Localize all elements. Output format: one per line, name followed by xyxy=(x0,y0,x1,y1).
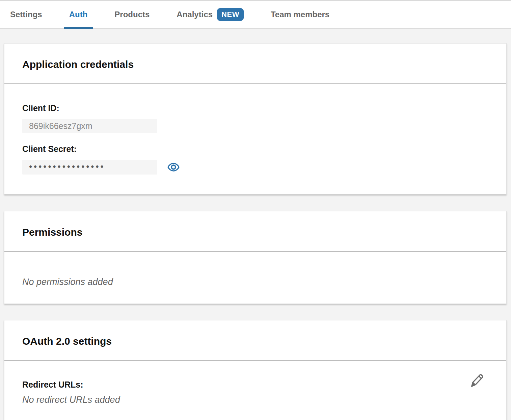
oauth-settings-body: Redirect URLs: No redirect URLs added xyxy=(4,361,506,420)
client-id-value: 869ik66esz7gxm xyxy=(29,121,92,131)
oauth-settings-card: OAuth 2.0 settings Redirect URLs: No red… xyxy=(4,320,507,420)
client-id-label: Client ID: xyxy=(22,103,488,113)
reveal-secret-button[interactable] xyxy=(167,162,180,172)
tab-products-label: Products xyxy=(114,10,150,19)
tab-products[interactable]: Products xyxy=(109,1,155,28)
permissions-empty-text: No permissions added xyxy=(22,277,488,287)
tab-team-members-label: Team members xyxy=(271,10,329,19)
application-credentials-title: Application credentials xyxy=(22,58,488,71)
oauth-settings-header: OAuth 2.0 settings xyxy=(4,320,506,361)
application-credentials-card: Application credentials Client ID: 869ik… xyxy=(4,43,507,194)
application-credentials-body: Client ID: 869ik66esz7gxm Client Secret:… xyxy=(4,84,506,194)
pencil-icon xyxy=(470,372,484,388)
redirect-urls-label: Redirect URLs: xyxy=(22,379,488,390)
tab-auth-label: Auth xyxy=(69,10,88,19)
tab-analytics-label: Analytics xyxy=(177,10,213,19)
tab-settings[interactable]: Settings xyxy=(5,1,48,28)
client-secret-label: Client Secret: xyxy=(22,144,488,154)
redirect-urls-empty-text: No redirect URLs added xyxy=(22,394,488,405)
client-id-field[interactable]: 869ik66esz7gxm xyxy=(22,119,157,133)
edit-redirect-urls-button[interactable] xyxy=(468,371,485,390)
tab-team-members[interactable]: Team members xyxy=(265,1,335,28)
eye-icon xyxy=(167,162,180,172)
permissions-body: No permissions added xyxy=(4,252,506,304)
permissions-header: Permissions xyxy=(4,211,506,252)
permissions-card: Permissions No permissions added xyxy=(4,211,507,304)
tab-settings-label: Settings xyxy=(10,10,42,19)
client-secret-field[interactable]: •••••••••••••••• xyxy=(22,160,157,175)
new-badge: NEW xyxy=(217,8,244,21)
tab-auth[interactable]: Auth xyxy=(64,1,93,28)
client-secret-masked-value: •••••••••••••••• xyxy=(29,162,105,171)
page-content: Application credentials Client ID: 869ik… xyxy=(0,43,511,420)
permissions-title: Permissions xyxy=(22,226,488,238)
tab-analytics[interactable]: Analytics NEW xyxy=(171,1,249,28)
tab-bar: Settings Auth Products Analytics NEW Tea… xyxy=(0,0,511,29)
application-credentials-header: Application credentials xyxy=(4,44,506,84)
oauth-settings-title: OAuth 2.0 settings xyxy=(22,335,488,347)
